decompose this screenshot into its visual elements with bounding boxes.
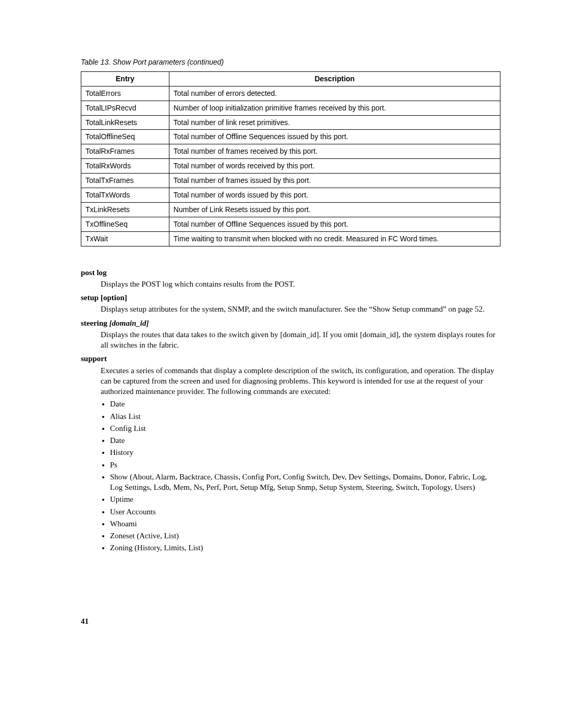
table-header-row: Entry Description — [81, 71, 500, 86]
term-steering: steering [domain_id] — [81, 318, 500, 328]
list-item: Uptime — [110, 494, 500, 504]
cell-desc: Time waiting to transmit when blocked wi… — [169, 231, 500, 246]
list-item: Whoami — [110, 519, 500, 529]
list-item: User Accounts — [110, 507, 500, 517]
table-row: TotalLinkResetsTotal number of link rese… — [81, 115, 500, 130]
table-caption: Table 13. Show Port parameters (continue… — [81, 57, 500, 67]
definition-list: post log Displays the POST log which con… — [81, 267, 500, 553]
term-support: support — [81, 353, 500, 364]
cell-desc: Total number of frames received by this … — [169, 144, 500, 159]
cell-entry: TxLinkResets — [81, 202, 169, 217]
page-number: 41 — [81, 616, 500, 626]
table-row: TotalOfflineSeqTotal number of Offline S… — [81, 130, 500, 144]
list-item: Show (About, Alarm, Backtrace, Chassis, … — [110, 472, 500, 493]
desc-setup: Displays setup attributes for the system… — [101, 304, 500, 314]
cell-desc: Total number of link reset primitives. — [169, 115, 500, 130]
term-post-log: post log — [81, 267, 500, 278]
desc-support: Executes a series of commands that displ… — [101, 365, 500, 397]
header-entry: Entry — [81, 71, 169, 86]
cell-desc: Total number of errors detected. — [169, 86, 500, 101]
header-description: Description — [169, 71, 500, 86]
table-row: TotalRxFramesTotal number of frames rece… — [81, 144, 500, 159]
term-setup: setup [option] — [81, 292, 500, 303]
list-item: Zoning (History, Limits, List) — [110, 542, 500, 553]
cell-entry: TxOfflineSeq — [81, 217, 169, 231]
desc-steering: Displays the routes that data takes to t… — [101, 329, 500, 351]
parameters-table: Entry Description TotalErrorsTotal numbe… — [81, 71, 500, 246]
cell-entry: TotalTxWords — [81, 188, 169, 203]
cell-entry: TotalErrors — [81, 86, 169, 101]
cell-desc: Total number of words issued by this por… — [169, 188, 500, 203]
list-item: Date — [110, 399, 500, 409]
cell-entry: TotalLinkResets — [81, 115, 169, 130]
list-item: Config List — [110, 423, 500, 434]
list-item: Zoneset (Active, List) — [110, 530, 500, 541]
list-item: Alias List — [110, 411, 500, 422]
support-command-list: Date Alias List Config List Date History… — [110, 399, 500, 553]
cell-desc: Total number of words received by this p… — [169, 159, 500, 174]
cell-desc: Total number of frames issued by this po… — [169, 174, 500, 188]
cell-desc: Number of Link Resets issued by this por… — [169, 202, 500, 217]
cell-desc: Total number of Offline Sequences issued… — [169, 130, 500, 144]
table-row: TxWaitTime waiting to transmit when bloc… — [81, 231, 500, 246]
cell-entry: TotalOfflineSeq — [81, 130, 169, 144]
table-row: TotalErrorsTotal number of errors detect… — [81, 86, 500, 101]
term-steering-arg: [domain_id] — [109, 319, 149, 327]
table-row: TotalLIPsRecvdNumber of loop initializat… — [81, 101, 500, 115]
cell-desc: Total number of Offline Sequences issued… — [169, 217, 500, 231]
desc-post-log: Displays the POST log which contains res… — [101, 279, 500, 289]
cell-entry: TxWait — [81, 231, 169, 246]
table-row: TotalRxWordsTotal number of words receiv… — [81, 159, 500, 174]
term-steering-word: steering — [81, 319, 109, 327]
cell-entry: TotalRxWords — [81, 159, 169, 174]
table-row: TotalTxWordsTotal number of words issued… — [81, 188, 500, 203]
cell-entry: TotalTxFrames — [81, 174, 169, 188]
list-item: Ps — [110, 460, 500, 470]
list-item: History — [110, 447, 500, 458]
cell-entry: TotalRxFrames — [81, 144, 169, 159]
cell-desc: Number of loop initialization primitive … — [169, 101, 500, 115]
table-row: TxOfflineSeqTotal number of Offline Sequ… — [81, 217, 500, 231]
cell-entry: TotalLIPsRecvd — [81, 101, 169, 115]
list-item: Date — [110, 435, 500, 446]
table-row: TxLinkResetsNumber of Link Resets issued… — [81, 202, 500, 217]
table-row: TotalTxFramesTotal number of frames issu… — [81, 174, 500, 188]
